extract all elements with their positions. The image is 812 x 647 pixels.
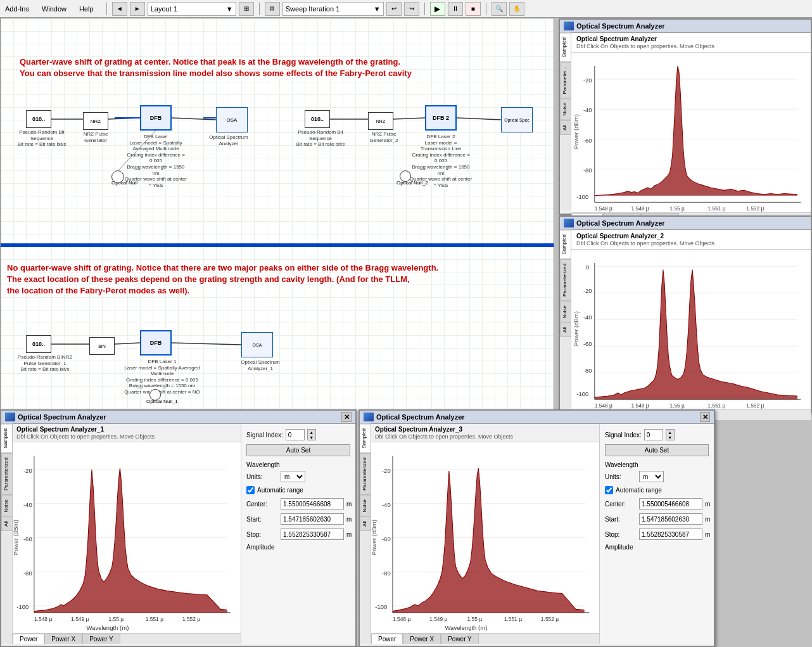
undo-btn[interactable]: ↩ bbox=[386, 2, 402, 16]
osa-small-3[interactable]: OSA bbox=[241, 332, 273, 357]
auto-range-check-2[interactable] bbox=[605, 486, 613, 494]
osa-panel-2-title-bar: Optical Spectrum Analyzer bbox=[560, 217, 811, 230]
osa-side-tab-all-2[interactable]: All bbox=[560, 323, 571, 337]
run-btn[interactable]: ▶ bbox=[430, 2, 445, 16]
osa-side-tab-noise-1[interactable]: Noise bbox=[560, 98, 571, 120]
signal-index-up-2[interactable]: ▲ bbox=[666, 430, 674, 435]
stop-input-1[interactable] bbox=[281, 528, 344, 540]
bottom-osa-2-chart[interactable]: -20 -40 -60 -80 -100 Power (dBm) 1.54 bbox=[371, 442, 599, 633]
svg-text:-20: -20 bbox=[382, 467, 391, 474]
b-osa2-tab-all[interactable]: All bbox=[360, 516, 371, 531]
wavelength-section-1: Wavelength bbox=[246, 461, 350, 468]
b-osa2-powery[interactable]: Power Y bbox=[441, 634, 479, 644]
osa-panel-2-chart[interactable]: 0 -20 -40 -60 -80 -100 Power (dBm) 1.548… bbox=[571, 250, 811, 409]
osa-small-2[interactable]: Optical Spec bbox=[501, 107, 533, 132]
auto-set-btn-2[interactable]: Auto Set bbox=[605, 444, 709, 456]
svg-text:Power (dBm): Power (dBm) bbox=[13, 520, 19, 555]
optical-null-3[interactable] bbox=[149, 389, 161, 400]
dfb-label-3: DFB Laser 1Laser model = Spatially Avera… bbox=[124, 359, 200, 395]
nrz-block-1[interactable]: NRZ bbox=[83, 112, 108, 130]
b-osa1-power[interactable]: Power bbox=[13, 634, 44, 644]
auto-range-label-1: Automatic range bbox=[257, 487, 303, 494]
layout-icon-btn[interactable]: ⊞ bbox=[239, 2, 254, 16]
b-osa1-tab-noise[interactable]: Noise bbox=[1, 495, 13, 516]
center-input-1[interactable] bbox=[281, 498, 344, 509]
sweep-dropdown[interactable]: Sweep Iteration 1 ▼ bbox=[282, 2, 384, 16]
b-osa1-tab-all[interactable]: All bbox=[1, 516, 13, 531]
signal-index-input-1[interactable] bbox=[286, 429, 305, 440]
osa-panel-1-chart[interactable]: -20 -40 -60 -80 -100 Power (dBm) bbox=[571, 53, 811, 212]
stop-btn[interactable]: ■ bbox=[466, 2, 481, 16]
signal-index-down-2[interactable]: ▼ bbox=[666, 435, 674, 440]
menu-window[interactable]: Window bbox=[39, 4, 69, 14]
osa-small-1[interactable]: OSA bbox=[216, 107, 248, 132]
optical-null-1[interactable] bbox=[111, 170, 124, 183]
start-unit-1: m bbox=[346, 516, 352, 523]
b-osa1-tab-param[interactable]: Parameterized bbox=[1, 453, 13, 495]
auto-set-btn-1[interactable]: Auto Set bbox=[246, 444, 350, 456]
osa-panel-1-inner: Sampled Parameter... Noise All Optical S… bbox=[560, 33, 811, 210]
osa-side-tab-sampled-2[interactable]: Sampled bbox=[560, 230, 571, 259]
auto-range-check-1[interactable] bbox=[246, 486, 255, 494]
pan-btn[interactable]: ✋ bbox=[509, 2, 524, 16]
osa-side-tab-param-2[interactable]: Parameterized bbox=[560, 259, 571, 301]
optical-null-2[interactable] bbox=[400, 170, 411, 182]
signal-index-down-1[interactable]: ▼ bbox=[308, 435, 315, 440]
nrz-block-2[interactable]: NRZ bbox=[368, 112, 393, 130]
b-osa1-powerx[interactable]: Power X bbox=[44, 634, 82, 644]
step-btn[interactable]: ⏸ bbox=[448, 2, 463, 16]
b-osa1-tab-sampled[interactable]: Sampled bbox=[1, 424, 13, 453]
osa-side-tab-all-1[interactable]: All bbox=[560, 120, 571, 135]
dfb-block-3[interactable]: DFB bbox=[140, 330, 172, 356]
b-osa2-tab-sampled[interactable]: Sampled bbox=[360, 424, 371, 453]
svg-text:1.55 µ: 1.55 µ bbox=[108, 616, 124, 622]
icon-btn-1[interactable]: ⚙ bbox=[265, 2, 280, 16]
osa-panel-2-icon bbox=[564, 219, 574, 227]
close-btn-1[interactable]: ✕ bbox=[341, 412, 352, 422]
units-select-2[interactable]: m nm µm bbox=[639, 471, 664, 482]
osa-side-tab-param-1[interactable]: Parameter... bbox=[560, 62, 571, 99]
sweep-label: Sweep Iteration 1 bbox=[286, 5, 340, 13]
osa-side-tab-noise-2[interactable]: Noise bbox=[560, 301, 571, 323]
center-unit-1: m bbox=[346, 501, 352, 508]
menu-add-ins[interactable]: Add-Ins bbox=[3, 4, 32, 14]
dfb-block-2[interactable]: DFB 2 bbox=[425, 105, 457, 131]
prev-btn[interactable]: ◄ bbox=[112, 2, 127, 16]
stop-input-2[interactable] bbox=[639, 528, 702, 540]
units-select-1[interactable]: m nm µm bbox=[281, 471, 305, 482]
svg-line-9 bbox=[172, 343, 241, 345]
layout-dropdown[interactable]: Layout 1 ▼ bbox=[148, 2, 236, 16]
prbs-block-1[interactable]: 010.. bbox=[26, 110, 51, 128]
prbs-block-3[interactable]: 010.. bbox=[26, 335, 51, 353]
svg-text:-20: -20 bbox=[583, 287, 592, 294]
b-osa2-tab-noise[interactable]: Noise bbox=[360, 495, 371, 516]
start-input-2[interactable] bbox=[639, 513, 702, 525]
start-input-1[interactable] bbox=[281, 513, 344, 525]
osa-side-tab-sampled-1[interactable]: Sampled bbox=[560, 33, 571, 62]
auto-range-label-2: Automatic range bbox=[616, 487, 662, 494]
b-osa2-powerx[interactable]: Power X bbox=[403, 634, 441, 644]
nrz-block-3[interactable]: BIN bbox=[89, 337, 115, 355]
units-label-1: Units: bbox=[246, 473, 278, 480]
signal-index-input-2[interactable] bbox=[644, 429, 663, 440]
next-btn[interactable]: ► bbox=[130, 2, 145, 16]
nrz-label-1: NRZ Pulse Generator bbox=[73, 131, 118, 143]
dfb-block-1[interactable]: DFB bbox=[140, 105, 172, 131]
bottom-osa-1-chart[interactable]: -20 -40 -60 -80 -100 Power (dBm) 1.54 bbox=[13, 442, 241, 633]
zoom-btn[interactable]: 🔍 bbox=[492, 2, 507, 16]
close-btn-2[interactable]: ✕ bbox=[700, 412, 710, 422]
svg-text:1.549 µ: 1.549 µ bbox=[429, 616, 447, 622]
menu-help[interactable]: Help bbox=[77, 4, 96, 14]
b-osa2-power[interactable]: Power bbox=[371, 634, 403, 644]
svg-text:-80: -80 bbox=[583, 167, 592, 174]
b-osa2-tab-param[interactable]: Parameterized bbox=[360, 453, 371, 495]
svg-text:-80: -80 bbox=[583, 367, 592, 374]
optical-null-2-label: Optical Null_2 bbox=[396, 180, 428, 186]
prbs-block-2[interactable]: 010.. bbox=[305, 110, 330, 128]
center-input-2[interactable] bbox=[639, 498, 702, 509]
nrz-label-2: NRZ Pulse Generator_2 bbox=[358, 131, 409, 143]
svg-text:Wavelength (m): Wavelength (m) bbox=[86, 624, 129, 631]
signal-index-up-1[interactable]: ▲ bbox=[308, 430, 315, 435]
redo-btn[interactable]: ↪ bbox=[404, 2, 419, 16]
b-osa1-powery[interactable]: Power Y bbox=[82, 634, 120, 644]
